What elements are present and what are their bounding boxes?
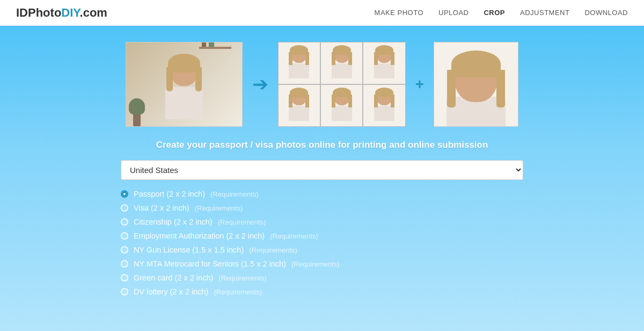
radio-req-1[interactable]: (Requirements) [195, 204, 243, 212]
radio-req-0[interactable]: (Requirements) [210, 190, 259, 198]
person-head [171, 56, 197, 86]
radio-item-0[interactable]: Passport (2 x 2 inch) (Requirements) [121, 190, 523, 198]
radio-dot-1[interactable] [121, 204, 128, 212]
radio-label-6: Green card (2 x 2 inch) [134, 274, 213, 282]
original-photo [126, 42, 243, 127]
single-passport-photo [434, 42, 518, 127]
arrow-icon: ➔ [252, 73, 268, 96]
nav-item-download[interactable]: DOWNLOAD [584, 9, 628, 17]
radio-req-7[interactable]: (Requirements) [214, 288, 262, 296]
radio-req-4[interactable]: (Requirements) [249, 246, 297, 254]
radio-item-1[interactable]: Visa (2 x 2 inch) (Requirements) [121, 204, 523, 212]
radio-label-3: Employment Authorization (2 x 2 inch) [134, 232, 265, 240]
radio-req-6[interactable]: (Requirements) [218, 274, 267, 282]
pp-head [377, 47, 392, 63]
pp-head [291, 47, 306, 63]
radio-req-3[interactable]: (Requirements) [270, 232, 318, 240]
radio-dot-0[interactable] [121, 190, 128, 198]
photo-type-list: Passport (2 x 2 inch) (Requirements)Visa… [121, 190, 523, 301]
radio-item-6[interactable]: Green card (2 x 2 inch) (Requirements) [121, 274, 523, 282]
pp-head [334, 47, 349, 63]
photo-bg [126, 42, 242, 126]
radio-req-5[interactable]: (Requirements) [291, 260, 340, 268]
radio-dot-6[interactable] [121, 274, 128, 282]
logo-id-text: IDPhoto [16, 6, 61, 19]
passport-cell-6 [363, 85, 405, 126]
plus-icon: + [415, 76, 424, 93]
header: IDPhotoDIY.com MAKE PHOTOUPLOADCROPADJUS… [0, 0, 644, 26]
pp-head [377, 89, 392, 105]
hero-section: ➔ [126, 42, 518, 127]
radio-item-7[interactable]: DV lottery (2 x 2 inch) (Requirements) [121, 287, 523, 296]
passport-cell-2 [321, 42, 362, 84]
radio-item-4[interactable]: NY Gun License (1.5 x 1.5 inch) (Require… [121, 246, 523, 254]
logo-diy-text: DIY [61, 6, 79, 19]
tagline: Create your passport / visa photos onlin… [156, 140, 488, 150]
radio-req-2[interactable]: (Requirements) [218, 218, 266, 226]
radio-item-5[interactable]: NY MTA Metrocard for Seniors (1.5 x 2 in… [121, 260, 523, 268]
nav-item-crop[interactable]: CROP [484, 9, 505, 17]
radio-item-2[interactable]: Citizenship (2 x 2 inch) (Requirements) [121, 218, 523, 226]
passport-cell-1 [279, 42, 320, 84]
person-silhouette [160, 56, 208, 126]
pp-head [291, 89, 306, 105]
radio-label-4: NY Gun License (1.5 x 1.5 inch) [134, 246, 244, 254]
nav-item-adjustment[interactable]: ADJUSTMENT [520, 9, 569, 17]
radio-label-2: Citizenship (2 x 2 inch) [134, 218, 213, 226]
radio-dot-5[interactable] [121, 260, 128, 268]
person-body [165, 87, 203, 119]
radio-dot-2[interactable] [121, 218, 128, 226]
logo[interactable]: IDPhotoDIY.com [16, 6, 107, 20]
passport-cell-3 [363, 42, 405, 84]
passport-cell-5 [321, 85, 362, 126]
main-content: ➔ [0, 26, 644, 331]
main-nav: MAKE PHOTOUPLOADCROPADJUSTMENTDOWNLOAD [375, 9, 628, 17]
plant-decor [129, 99, 145, 126]
room-shelf [199, 47, 231, 49]
radio-dot-3[interactable] [121, 232, 128, 240]
passport-cell-4 [279, 85, 320, 126]
hair-left [166, 67, 173, 91]
hair-right [195, 67, 202, 91]
logo-dot-text: .com [80, 6, 107, 19]
single-head [455, 54, 497, 102]
country-dropdown[interactable]: United StatesUnited KingdomCanadaAustral… [121, 160, 523, 180]
radio-label-7: DV lottery (2 x 2 inch) [134, 287, 208, 296]
passport-photo-grid [278, 42, 406, 127]
radio-dot-4[interactable] [121, 246, 128, 254]
radio-label-5: NY MTA Metrocard for Seniors (1.5 x 2 in… [134, 260, 286, 268]
nav-item-make-photo[interactable]: MAKE PHOTO [375, 9, 423, 17]
pp-head [334, 89, 349, 105]
radio-label-1: Visa (2 x 2 inch) [134, 204, 189, 212]
radio-dot-7[interactable] [121, 288, 128, 296]
radio-item-3[interactable]: Employment Authorization (2 x 2 inch) (R… [121, 232, 523, 240]
nav-item-upload[interactable]: UPLOAD [438, 9, 469, 17]
radio-label-0: Passport (2 x 2 inch) [134, 190, 205, 198]
